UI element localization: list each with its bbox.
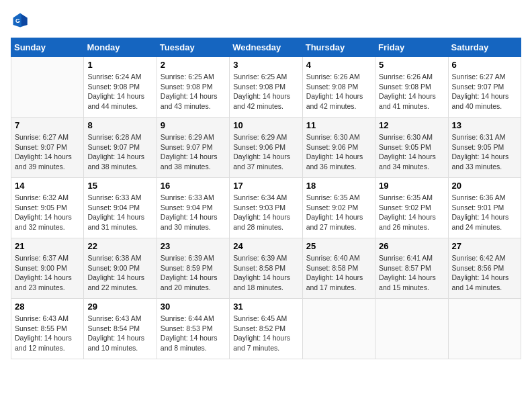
day-info: Sunrise: 6:42 AMSunset: 8:56 PMDaylight:… (452, 253, 517, 293)
sunrise-text: Sunrise: 6:39 AM (233, 253, 298, 263)
daylight-text: Daylight: 14 hours and 26 minutes. (379, 212, 444, 232)
calendar-cell: 3Sunrise: 6:25 AMSunset: 9:08 PMDaylight… (230, 57, 302, 118)
calendar-cell: 17Sunrise: 6:34 AMSunset: 9:03 PMDayligh… (230, 178, 302, 238)
sunrise-text: Sunrise: 6:26 AM (306, 72, 371, 82)
day-info: Sunrise: 6:26 AMSunset: 9:08 PMDaylight:… (379, 72, 444, 111)
day-number: 27 (452, 241, 517, 251)
day-number: 3 (233, 60, 298, 70)
day-info: Sunrise: 6:37 AMSunset: 9:00 PMDaylight:… (15, 253, 80, 293)
daylight-text: Daylight: 14 hours and 17 minutes. (306, 273, 371, 292)
weekday-header-row: SundayMondayTuesdayWednesdayThursdayFrid… (11, 38, 521, 57)
day-number: 8 (87, 120, 152, 130)
sunrise-text: Sunrise: 6:39 AM (161, 253, 226, 263)
logo-icon: G (11, 11, 30, 30)
weekday-header: Thursday (302, 38, 375, 57)
daylight-text: Daylight: 14 hours and 7 minutes. (233, 333, 298, 353)
daylight-text: Daylight: 14 hours and 36 minutes. (306, 152, 371, 171)
day-number: 2 (161, 60, 226, 70)
sunset-text: Sunset: 9:07 PM (15, 142, 80, 152)
day-info: Sunrise: 6:36 AMSunset: 9:01 PMDaylight:… (452, 193, 517, 232)
sunrise-text: Sunrise: 6:26 AM (379, 72, 444, 82)
daylight-text: Daylight: 14 hours and 30 minutes. (161, 212, 226, 232)
sunrise-text: Sunrise: 6:45 AM (233, 314, 298, 324)
daylight-text: Daylight: 14 hours and 27 minutes. (306, 212, 371, 232)
sunset-text: Sunset: 8:57 PM (379, 263, 444, 273)
day-info: Sunrise: 6:35 AMSunset: 9:02 PMDaylight:… (306, 193, 371, 232)
day-number: 24 (233, 241, 298, 251)
day-info: Sunrise: 6:26 AMSunset: 9:08 PMDaylight:… (306, 72, 371, 111)
daylight-text: Daylight: 14 hours and 37 minutes. (233, 152, 298, 171)
sunrise-text: Sunrise: 6:35 AM (379, 193, 444, 203)
sunset-text: Sunset: 9:08 PM (233, 82, 298, 92)
sunset-text: Sunset: 8:55 PM (15, 324, 80, 334)
day-number: 6 (452, 60, 517, 70)
day-number: 25 (306, 241, 371, 251)
sunset-text: Sunset: 9:08 PM (379, 82, 444, 92)
day-number: 31 (233, 302, 298, 312)
day-info: Sunrise: 6:43 AMSunset: 8:54 PMDaylight:… (87, 314, 152, 353)
day-number: 4 (306, 60, 371, 70)
sunrise-text: Sunrise: 6:43 AM (87, 314, 152, 324)
daylight-text: Daylight: 14 hours and 40 minutes. (452, 91, 517, 111)
sunset-text: Sunset: 9:02 PM (379, 203, 444, 213)
calendar-cell: 22Sunrise: 6:38 AMSunset: 9:00 PMDayligh… (84, 238, 157, 299)
sunset-text: Sunset: 9:05 PM (452, 142, 517, 152)
daylight-text: Daylight: 14 hours and 33 minutes. (452, 152, 517, 171)
sunset-text: Sunset: 8:52 PM (233, 324, 298, 334)
daylight-text: Daylight: 14 hours and 12 minutes. (15, 333, 80, 353)
calendar-cell: 8Sunrise: 6:28 AMSunset: 9:07 PMDaylight… (84, 118, 157, 178)
daylight-text: Daylight: 14 hours and 34 minutes. (379, 152, 444, 171)
calendar-cell: 21Sunrise: 6:37 AMSunset: 9:00 PMDayligh… (11, 238, 84, 299)
calendar-week-row: 7Sunrise: 6:27 AMSunset: 9:07 PMDaylight… (11, 118, 521, 178)
calendar-week-row: 21Sunrise: 6:37 AMSunset: 9:00 PMDayligh… (11, 238, 521, 299)
calendar-cell: 14Sunrise: 6:32 AMSunset: 9:05 PMDayligh… (11, 178, 84, 238)
daylight-text: Daylight: 14 hours and 15 minutes. (379, 273, 444, 292)
calendar-cell: 7Sunrise: 6:27 AMSunset: 9:07 PMDaylight… (11, 118, 84, 178)
day-number: 17 (233, 181, 298, 191)
sunset-text: Sunset: 9:08 PM (87, 82, 152, 92)
day-info: Sunrise: 6:44 AMSunset: 8:53 PMDaylight:… (161, 314, 226, 353)
sunset-text: Sunset: 9:08 PM (161, 82, 226, 92)
sunrise-text: Sunrise: 6:34 AM (233, 193, 298, 203)
day-info: Sunrise: 6:25 AMSunset: 9:08 PMDaylight:… (161, 72, 226, 111)
day-info: Sunrise: 6:45 AMSunset: 8:52 PMDaylight:… (233, 314, 298, 353)
day-info: Sunrise: 6:34 AMSunset: 9:03 PMDaylight:… (233, 193, 298, 232)
daylight-text: Daylight: 14 hours and 38 minutes. (161, 152, 226, 171)
sunrise-text: Sunrise: 6:29 AM (161, 132, 226, 142)
day-info: Sunrise: 6:33 AMSunset: 9:04 PMDaylight:… (87, 193, 152, 232)
sunrise-text: Sunrise: 6:42 AM (452, 253, 517, 263)
sunset-text: Sunset: 9:00 PM (87, 263, 152, 273)
calendar-cell: 10Sunrise: 6:29 AMSunset: 9:06 PMDayligh… (230, 118, 302, 178)
daylight-text: Daylight: 14 hours and 20 minutes. (161, 273, 226, 292)
sunset-text: Sunset: 9:07 PM (161, 142, 226, 152)
page-header: G (11, 11, 521, 30)
sunset-text: Sunset: 9:06 PM (306, 142, 371, 152)
calendar-cell: 20Sunrise: 6:36 AMSunset: 9:01 PMDayligh… (448, 178, 521, 238)
day-info: Sunrise: 6:33 AMSunset: 9:04 PMDaylight:… (161, 193, 226, 232)
sunrise-text: Sunrise: 6:37 AM (15, 253, 80, 263)
day-number: 11 (306, 120, 371, 130)
daylight-text: Daylight: 14 hours and 22 minutes. (87, 273, 152, 292)
daylight-text: Daylight: 14 hours and 28 minutes. (233, 212, 298, 232)
sunset-text: Sunset: 8:53 PM (161, 324, 226, 334)
sunrise-text: Sunrise: 6:24 AM (87, 72, 152, 82)
day-info: Sunrise: 6:41 AMSunset: 8:57 PMDaylight:… (379, 253, 444, 293)
day-info: Sunrise: 6:38 AMSunset: 9:00 PMDaylight:… (87, 253, 152, 293)
daylight-text: Daylight: 14 hours and 32 minutes. (15, 212, 80, 232)
calendar-cell: 2Sunrise: 6:25 AMSunset: 9:08 PMDaylight… (157, 57, 229, 118)
day-info: Sunrise: 6:39 AMSunset: 8:59 PMDaylight:… (161, 253, 226, 293)
sunset-text: Sunset: 8:59 PM (161, 263, 226, 273)
sunset-text: Sunset: 9:06 PM (233, 142, 298, 152)
sunrise-text: Sunrise: 6:25 AM (161, 72, 226, 82)
weekday-header: Monday (84, 38, 157, 57)
calendar-cell: 6Sunrise: 6:27 AMSunset: 9:07 PMDaylight… (448, 57, 521, 118)
day-info: Sunrise: 6:39 AMSunset: 8:58 PMDaylight:… (233, 253, 298, 293)
sunset-text: Sunset: 9:07 PM (87, 142, 152, 152)
daylight-text: Daylight: 14 hours and 42 minutes. (233, 91, 298, 111)
day-number: 12 (379, 120, 444, 130)
calendar-cell (11, 57, 84, 118)
calendar-cell: 18Sunrise: 6:35 AMSunset: 9:02 PMDayligh… (302, 178, 375, 238)
daylight-text: Daylight: 14 hours and 44 minutes. (87, 91, 152, 111)
calendar-cell: 11Sunrise: 6:30 AMSunset: 9:06 PMDayligh… (302, 118, 375, 178)
sunrise-text: Sunrise: 6:25 AM (233, 72, 298, 82)
